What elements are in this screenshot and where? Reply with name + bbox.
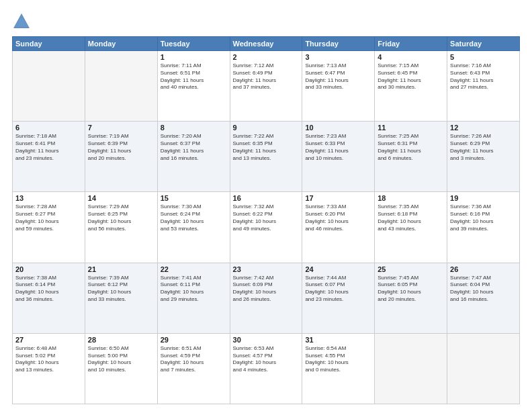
calendar-cell: 3Sunrise: 7:13 AM Sunset: 6:47 PM Daylig… <box>302 51 375 122</box>
calendar-cell: 13Sunrise: 7:28 AM Sunset: 6:27 PM Dayli… <box>13 192 85 263</box>
weekday-header: Friday <box>375 37 447 51</box>
day-number: 7 <box>88 124 154 132</box>
day-info: Sunrise: 6:50 AM Sunset: 5:00 PM Dayligh… <box>88 345 154 374</box>
day-number: 25 <box>378 265 444 273</box>
day-number: 15 <box>161 194 227 202</box>
day-number: 19 <box>450 194 517 202</box>
day-info: Sunrise: 7:18 AM Sunset: 6:41 PM Dayligh… <box>15 133 82 162</box>
calendar-cell: 26Sunrise: 7:47 AM Sunset: 6:04 PM Dayli… <box>447 263 520 333</box>
day-info: Sunrise: 7:45 AM Sunset: 6:05 PM Dayligh… <box>378 275 444 304</box>
header <box>12 12 520 31</box>
day-number: 8 <box>161 124 227 132</box>
calendar-cell: 15Sunrise: 7:30 AM Sunset: 6:24 PM Dayli… <box>157 192 230 263</box>
day-info: Sunrise: 7:44 AM Sunset: 6:07 PM Dayligh… <box>305 275 371 304</box>
day-info: Sunrise: 7:15 AM Sunset: 6:45 PM Dayligh… <box>378 62 444 91</box>
calendar-cell <box>85 51 157 122</box>
calendar-cell: 20Sunrise: 7:38 AM Sunset: 6:14 PM Dayli… <box>13 263 85 333</box>
calendar-cell: 25Sunrise: 7:45 AM Sunset: 6:05 PM Dayli… <box>375 263 447 333</box>
day-info: Sunrise: 7:47 AM Sunset: 6:04 PM Dayligh… <box>450 275 517 304</box>
day-info: Sunrise: 7:33 AM Sunset: 6:20 PM Dayligh… <box>305 203 371 232</box>
calendar-week-row: 20Sunrise: 7:38 AM Sunset: 6:14 PM Dayli… <box>13 263 520 333</box>
calendar-header-row: SundayMondayTuesdayWednesdayThursdayFrid… <box>13 37 520 51</box>
day-info: Sunrise: 7:19 AM Sunset: 6:39 PM Dayligh… <box>88 133 154 162</box>
calendar-cell: 5Sunrise: 7:16 AM Sunset: 6:43 PM Daylig… <box>447 51 520 122</box>
calendar-cell: 2Sunrise: 7:12 AM Sunset: 6:49 PM Daylig… <box>230 51 302 122</box>
calendar-cell <box>13 51 85 122</box>
logo <box>12 12 34 31</box>
day-number: 27 <box>15 336 82 344</box>
day-info: Sunrise: 6:53 AM Sunset: 4:57 PM Dayligh… <box>233 345 300 374</box>
calendar-cell: 7Sunrise: 7:19 AM Sunset: 6:39 PM Daylig… <box>85 122 157 192</box>
day-info: Sunrise: 7:29 AM Sunset: 6:25 PM Dayligh… <box>88 203 154 232</box>
page: SundayMondayTuesdayWednesdayThursdayFrid… <box>0 0 532 411</box>
calendar-cell <box>447 333 520 404</box>
day-number: 18 <box>378 194 444 202</box>
day-info: Sunrise: 7:22 AM Sunset: 6:35 PM Dayligh… <box>233 133 300 162</box>
calendar-cell: 6Sunrise: 7:18 AM Sunset: 6:41 PM Daylig… <box>13 122 85 192</box>
day-number: 1 <box>161 53 227 61</box>
weekday-header: Thursday <box>302 37 375 51</box>
day-number: 12 <box>450 124 517 132</box>
day-number: 4 <box>378 53 444 61</box>
calendar-cell: 28Sunrise: 6:50 AM Sunset: 5:00 PM Dayli… <box>85 333 157 404</box>
day-number: 10 <box>305 124 371 132</box>
day-info: Sunrise: 7:16 AM Sunset: 6:43 PM Dayligh… <box>450 62 517 91</box>
day-info: Sunrise: 7:38 AM Sunset: 6:14 PM Dayligh… <box>15 275 82 304</box>
day-number: 26 <box>450 265 517 273</box>
day-number: 30 <box>233 336 300 344</box>
weekday-header: Tuesday <box>157 37 230 51</box>
day-info: Sunrise: 7:26 AM Sunset: 6:29 PM Dayligh… <box>450 133 517 162</box>
day-number: 14 <box>88 194 154 202</box>
day-number: 22 <box>161 265 227 273</box>
day-number: 24 <box>305 265 371 273</box>
weekday-header: Sunday <box>13 37 85 51</box>
day-info: Sunrise: 7:41 AM Sunset: 6:11 PM Dayligh… <box>161 275 227 304</box>
day-number: 17 <box>305 194 371 202</box>
day-info: Sunrise: 7:20 AM Sunset: 6:37 PM Dayligh… <box>161 133 227 162</box>
day-number: 16 <box>233 194 300 202</box>
calendar-cell: 16Sunrise: 7:32 AM Sunset: 6:22 PM Dayli… <box>230 192 302 263</box>
day-number: 6 <box>15 124 82 132</box>
day-number: 20 <box>15 265 82 273</box>
day-info: Sunrise: 7:23 AM Sunset: 6:33 PM Dayligh… <box>305 133 371 162</box>
calendar-cell: 23Sunrise: 7:42 AM Sunset: 6:09 PM Dayli… <box>230 263 302 333</box>
day-number: 29 <box>161 336 227 344</box>
calendar-week-row: 13Sunrise: 7:28 AM Sunset: 6:27 PM Dayli… <box>13 192 520 263</box>
day-info: Sunrise: 7:13 AM Sunset: 6:47 PM Dayligh… <box>305 62 371 91</box>
logo-icon <box>12 12 31 31</box>
calendar-cell: 29Sunrise: 6:51 AM Sunset: 4:59 PM Dayli… <box>157 333 230 404</box>
day-number: 2 <box>233 53 300 61</box>
calendar-cell: 1Sunrise: 7:11 AM Sunset: 6:51 PM Daylig… <box>157 51 230 122</box>
calendar-week-row: 6Sunrise: 7:18 AM Sunset: 6:41 PM Daylig… <box>13 122 520 192</box>
day-number: 23 <box>233 265 300 273</box>
day-info: Sunrise: 6:48 AM Sunset: 5:02 PM Dayligh… <box>15 345 82 374</box>
weekday-header: Monday <box>85 37 157 51</box>
day-info: Sunrise: 7:36 AM Sunset: 6:16 PM Dayligh… <box>450 203 517 232</box>
day-info: Sunrise: 6:51 AM Sunset: 4:59 PM Dayligh… <box>161 345 227 374</box>
day-info: Sunrise: 7:11 AM Sunset: 6:51 PM Dayligh… <box>161 62 227 91</box>
day-info: Sunrise: 7:28 AM Sunset: 6:27 PM Dayligh… <box>15 203 82 232</box>
day-number: 3 <box>305 53 371 61</box>
calendar-cell: 4Sunrise: 7:15 AM Sunset: 6:45 PM Daylig… <box>375 51 447 122</box>
calendar-cell: 30Sunrise: 6:53 AM Sunset: 4:57 PM Dayli… <box>230 333 302 404</box>
day-info: Sunrise: 7:30 AM Sunset: 6:24 PM Dayligh… <box>161 203 227 232</box>
calendar-cell: 22Sunrise: 7:41 AM Sunset: 6:11 PM Dayli… <box>157 263 230 333</box>
calendar-cell: 31Sunrise: 6:54 AM Sunset: 4:55 PM Dayli… <box>302 333 375 404</box>
weekday-header: Saturday <box>447 37 520 51</box>
calendar-cell: 12Sunrise: 7:26 AM Sunset: 6:29 PM Dayli… <box>447 122 520 192</box>
calendar-cell: 17Sunrise: 7:33 AM Sunset: 6:20 PM Dayli… <box>302 192 375 263</box>
day-info: Sunrise: 6:54 AM Sunset: 4:55 PM Dayligh… <box>305 345 371 374</box>
calendar-cell: 18Sunrise: 7:35 AM Sunset: 6:18 PM Dayli… <box>375 192 447 263</box>
calendar-cell: 8Sunrise: 7:20 AM Sunset: 6:37 PM Daylig… <box>157 122 230 192</box>
calendar-week-row: 1Sunrise: 7:11 AM Sunset: 6:51 PM Daylig… <box>13 51 520 122</box>
calendar-cell: 14Sunrise: 7:29 AM Sunset: 6:25 PM Dayli… <box>85 192 157 263</box>
calendar-cell: 19Sunrise: 7:36 AM Sunset: 6:16 PM Dayli… <box>447 192 520 263</box>
day-number: 21 <box>88 265 154 273</box>
day-info: Sunrise: 7:35 AM Sunset: 6:18 PM Dayligh… <box>378 203 444 232</box>
day-number: 13 <box>15 194 82 202</box>
calendar-cell: 24Sunrise: 7:44 AM Sunset: 6:07 PM Dayli… <box>302 263 375 333</box>
calendar-cell: 9Sunrise: 7:22 AM Sunset: 6:35 PM Daylig… <box>230 122 302 192</box>
day-number: 28 <box>88 336 154 344</box>
calendar-week-row: 27Sunrise: 6:48 AM Sunset: 5:02 PM Dayli… <box>13 333 520 404</box>
day-number: 31 <box>305 336 371 344</box>
